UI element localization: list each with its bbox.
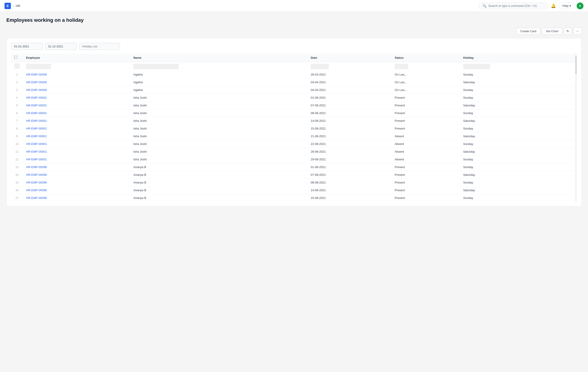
notification-bell[interactable]: 🔔	[550, 2, 557, 9]
column-filter-row	[11, 62, 577, 71]
row-number: 3	[11, 86, 23, 94]
set-chart-button[interactable]: Set Chart	[542, 28, 562, 34]
table-row: 6 HR-EMP-00001 Isha Joshi 08-08-2021 Pre…	[11, 109, 577, 117]
row-holiday: Sunday	[460, 163, 575, 171]
scrollbar-thumb[interactable]	[575, 56, 577, 74]
col-name: Name	[130, 54, 307, 62]
toolbar: Create Card Set Chart ↻ ⋯	[6, 28, 582, 34]
row-status: Absent	[391, 156, 460, 163]
row-status: Present	[391, 179, 460, 186]
row-holiday: Sunday	[460, 94, 575, 102]
row-date: 14-08-2021	[308, 186, 392, 194]
table-row: 10 HR-EMP-00001 Isha Joshi 22-08-2021 Ab…	[11, 140, 577, 148]
row-name: Isha Joshi	[130, 140, 307, 148]
row-date: 22-08-2021	[308, 140, 392, 148]
row-number: 17	[11, 194, 23, 202]
row-name: Isha Joshi	[130, 148, 307, 156]
select-all-checkbox[interactable]	[14, 56, 17, 59]
table-row: 1 HR-EMP-00006 Agatha 28-03-2021 On Lea.…	[11, 71, 577, 78]
row-status: Present	[391, 125, 460, 132]
row-employee[interactable]: HR-EMP-00001	[23, 148, 130, 156]
row-employee[interactable]: HR-EMP-00001	[23, 140, 130, 148]
row-employee[interactable]: HR-EMP-00001	[23, 117, 130, 125]
row-date: 14-08-2021	[308, 117, 392, 125]
table-row: 2 HR-EMP-00006 Agatha 03-04-2021 On Lea.…	[11, 78, 577, 86]
table-row: 7 HR-EMP-00001 Isha Joshi 14-08-2021 Pre…	[11, 117, 577, 125]
row-holiday: Saturday	[460, 171, 575, 179]
row-status: On Lea...	[391, 71, 460, 78]
refresh-button[interactable]: ↻	[564, 28, 572, 34]
row-date: 03-04-2021	[308, 78, 392, 86]
row-name: Isha Joshi	[130, 156, 307, 163]
row-status: Present	[391, 194, 460, 202]
date-from-input[interactable]	[11, 43, 43, 50]
avatar[interactable]: A	[577, 2, 583, 9]
table-row: 11 HR-EMP-00001 Isha Joshi 28-08-2021 Ab…	[11, 148, 577, 156]
row-status: Present	[391, 171, 460, 179]
row-name: Agatha	[130, 86, 307, 94]
row-status: On Lea...	[391, 78, 460, 86]
top-nav: E › HR 🔍 Search or type a command (Ctrl …	[0, 0, 588, 12]
row-employee[interactable]: HR-EMP-00006	[23, 78, 130, 86]
row-employee[interactable]: HR-EMP-00096	[23, 194, 130, 202]
create-card-button[interactable]: Create Card	[516, 28, 540, 34]
row-employee[interactable]: HR-EMP-00001	[23, 132, 130, 140]
row-date: 01-08-2021	[308, 163, 392, 171]
row-number: 7	[11, 117, 23, 125]
row-number: 2	[11, 78, 23, 86]
row-date: 07-08-2021	[308, 102, 392, 109]
nav-left: E › HR	[5, 3, 21, 9]
row-number: 1	[11, 71, 23, 78]
row-name: Isha Joshi	[130, 94, 307, 102]
search-box[interactable]: 🔍 Search or type a command (Ctrl + G)	[479, 2, 547, 9]
row-date: 21-08-2021	[308, 132, 392, 140]
help-button[interactable]: Help ▾	[559, 3, 574, 9]
row-date: 29-08-2021	[308, 156, 392, 163]
row-date: 08-08-2021	[308, 179, 392, 186]
row-name: Agatha	[130, 78, 307, 86]
table-row: 9 HR-EMP-00001 Isha Joshi 21-08-2021 Abs…	[11, 132, 577, 140]
table-row: 16 HR-EMP-00096 Ananya B 14-08-2021 Pres…	[11, 186, 577, 194]
row-employee[interactable]: HR-EMP-00001	[23, 94, 130, 102]
row-holiday: Sunday	[460, 179, 575, 186]
row-employee[interactable]: HR-EMP-00096	[23, 163, 130, 171]
row-name: Isha Joshi	[130, 125, 307, 132]
table-row: 8 HR-EMP-00001 Isha Joshi 15-08-2021 Pre…	[11, 125, 577, 132]
table-row: 14 HR-EMP-00096 Ananya B 07-08-2021 Pres…	[11, 171, 577, 179]
row-employee[interactable]: HR-EMP-00096	[23, 171, 130, 179]
row-employee[interactable]: HR-EMP-00006	[23, 86, 130, 94]
row-holiday: Sunday	[460, 125, 575, 132]
row-date: 07-08-2021	[308, 171, 392, 179]
table-row: 12 HR-EMP-00001 Isha Joshi 29-08-2021 Ab…	[11, 156, 577, 163]
help-chevron-icon: ▾	[569, 4, 571, 8]
row-name: Ananya B	[130, 186, 307, 194]
row-holiday: Saturday	[460, 148, 575, 156]
search-icon: 🔍	[483, 4, 486, 8]
app-icon[interactable]: E	[5, 3, 11, 9]
table-row: 5 HR-EMP-00001 Isha Joshi 07-08-2021 Pre…	[11, 102, 577, 109]
row-employee[interactable]: HR-EMP-00001	[23, 156, 130, 163]
row-status: Present	[391, 117, 460, 125]
row-status: Present	[391, 163, 460, 171]
row-holiday: Saturday	[460, 132, 575, 140]
row-employee[interactable]: HR-EMP-00001	[23, 125, 130, 132]
breadcrumb-hr[interactable]: HR	[16, 4, 20, 8]
filter-row	[11, 43, 577, 50]
row-employee[interactable]: HR-EMP-00096	[23, 186, 130, 194]
row-employee[interactable]: HR-EMP-00096	[23, 179, 130, 186]
row-employee[interactable]: HR-EMP-00001	[23, 109, 130, 117]
row-name: Ananya B	[130, 194, 307, 202]
row-employee[interactable]: HR-EMP-00001	[23, 102, 130, 109]
row-holiday: Saturday	[460, 186, 575, 194]
nav-right: 🔍 Search or type a command (Ctrl + G) 🔔 …	[479, 2, 583, 9]
row-number: 15	[11, 179, 23, 186]
row-holiday: Sunday	[460, 156, 575, 163]
row-number: 6	[11, 109, 23, 117]
row-employee[interactable]: HR-EMP-00006	[23, 71, 130, 78]
scrollbar-track[interactable]	[575, 54, 577, 202]
row-date: 01-08-2021	[308, 94, 392, 102]
row-number: 12	[11, 156, 23, 163]
holiday-list-input[interactable]	[79, 43, 120, 50]
more-options-button[interactable]: ⋯	[574, 28, 582, 34]
date-to-input[interactable]	[45, 43, 77, 50]
